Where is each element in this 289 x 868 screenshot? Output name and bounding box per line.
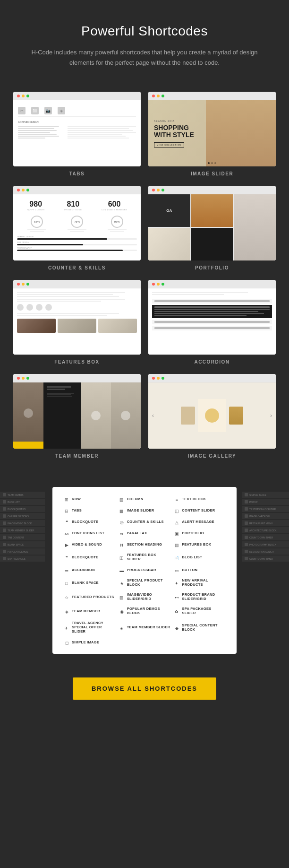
slider-text: SEASON 2015 SHOPPING WITH STYLE VIEW COL… <box>154 120 194 148</box>
sc-icon-contentslider <box>174 507 179 513</box>
sc-icon-blankspace <box>64 580 69 585</box>
sc-item-travel: TRAVEL AGENCY SPECIAL OFFER SLIDER <box>62 619 117 635</box>
feat-icon-4 <box>45 304 52 311</box>
counter-numbers-row: 980 HAPPY CLIENTS 810 PROJECT DONE 600 C… <box>17 200 137 211</box>
sc-icon-spa <box>174 608 179 614</box>
sc-icon-featuresbox <box>174 541 179 547</box>
sc-label-simpleimage: SIMPLE IMAGE <box>72 640 99 644</box>
right-icon-6 <box>245 529 248 532</box>
sc-icon-tabs <box>64 507 69 513</box>
counter-preview-inner: 980 HAPPY CLIENTS 810 PROJECT DONE 600 C… <box>13 194 141 260</box>
sc-label-blankspace: BLANK SPACE <box>72 581 99 585</box>
team-name-line-2 <box>47 389 65 390</box>
team-cell-3 <box>81 382 111 449</box>
counter-num-2: 810 <box>64 200 82 208</box>
sc-icon-featboxslider <box>119 554 125 560</box>
port-dot-yellow <box>157 189 160 191</box>
features-preview-inner <box>13 288 141 355</box>
right-icon-5 <box>245 521 248 525</box>
sc-icon-featured <box>64 594 69 599</box>
sc-item-contentslider: CONTENT SLIDER <box>172 506 227 514</box>
left-item-9: POPULAR DEMOS <box>0 548 45 555</box>
circle-3-wrap: 95% <box>108 216 127 232</box>
text-line-5 <box>18 134 57 135</box>
acc-body-line-2 <box>154 311 258 312</box>
left-item-2: BLOG LIST <box>0 499 45 505</box>
right-item-5: RESTAURANT MENU <box>242 520 289 526</box>
sc-icon-blockquote <box>64 519 69 524</box>
sc-item-teammemberslider: TEAM MEMBER SLIDER <box>117 619 172 635</box>
sc-item-brandslidergrid: PRODUCT BRAND SLIDER/GRID <box>172 591 227 602</box>
right-item-2: POPUP <box>242 499 289 505</box>
circle-1: 56% <box>31 216 43 228</box>
acc-h-line-2 <box>152 294 224 295</box>
mac-dot-yellow <box>22 95 25 97</box>
team-label: TEAM MEMBER <box>55 453 99 459</box>
right-line-2 <box>68 128 129 129</box>
gallery-arrow-right[interactable]: › <box>270 412 272 419</box>
browse-button[interactable]: BROWSE ALL SHORTCODES <box>73 677 216 700</box>
team-avatar-3 <box>121 411 130 420</box>
grid-item-tabs: ✂ ⬜ 📷 ◈ GRAPHIC DESIGN <box>13 92 141 176</box>
sc-item-specialcontent: SPECIAL CONTENT BLOCK <box>172 619 227 635</box>
sc-icon-simpleimage <box>64 639 69 645</box>
slider-preview-content: SEASON 2015 SHOPPING WITH STYLE VIEW COL… <box>148 100 276 166</box>
sc-label-progressbar: PROGRESSBAR <box>127 568 156 572</box>
features-icon-row <box>17 304 137 311</box>
features-col-1 <box>17 319 56 334</box>
slider-dot-3 <box>214 162 216 164</box>
sc-label-specialcontent: SPECIAL CONTENT BLOCK <box>182 623 225 632</box>
gal-dot-red <box>152 377 155 380</box>
portfolio-preview-content: OA <box>148 194 276 260</box>
slider-model-img <box>206 100 276 166</box>
left-icon-3 <box>3 507 6 511</box>
accordion-item-3 <box>152 320 272 324</box>
sc-icon-counter <box>119 519 125 524</box>
team-desc-2 <box>47 394 71 395</box>
feat-line-1 <box>17 292 125 293</box>
bar-label-3: PHOTOGRAPHY <box>17 247 137 249</box>
gallery-arrow-left[interactable]: ‹ <box>152 412 154 419</box>
sc-item-row: ROW <box>62 495 117 503</box>
sc-label-featuresbox: FEATURES BOX <box>182 542 211 547</box>
right-item-4: IMAGE CAROUSEL <box>242 513 289 519</box>
left-icon-7 <box>3 536 6 539</box>
right-item-1: SIMPLE IMAGE <box>242 492 289 498</box>
sc-label-featboxslider: FEATURES BOX SLIDER <box>127 553 170 561</box>
sc-label-tabs: TABS <box>72 508 82 512</box>
slider-dot-green <box>162 95 164 97</box>
mac-bar-gallery <box>148 374 276 382</box>
slider-dot-red <box>152 95 155 97</box>
sc-icon-fonticonslist <box>64 530 69 536</box>
grid-row-1: ✂ ⬜ 📷 ◈ GRAPHIC DESIGN <box>13 92 276 176</box>
shortcodes-section-wrapper: TEAM DEMOS BLOG LIST BLOCKQUOTES CAREER … <box>0 477 289 659</box>
gal-dot-green <box>162 377 164 380</box>
left-text-2: BLOG LIST <box>8 501 20 503</box>
counter-num-1: 980 <box>27 200 45 208</box>
right-icon-8 <box>245 543 248 546</box>
features-preview-content <box>13 288 141 355</box>
tab-icon-3: 📷 <box>44 107 52 114</box>
team-desc-1 <box>47 393 74 394</box>
sc-item-accordion: ACCORDION <box>62 565 117 574</box>
circle-2-wrap: 75% <box>68 216 86 232</box>
accordion-preview-content <box>148 288 276 355</box>
sc-item-counter: COUNTER & SKILLS <box>117 517 172 526</box>
text-line-2 <box>18 128 54 129</box>
feat-line-4 <box>17 299 125 300</box>
left-item-4: CAREER OPTIONS <box>0 513 45 519</box>
circle-3-val: 95% <box>114 220 120 223</box>
sc-icon-column <box>119 496 125 502</box>
sc-item-portfolio: PORTFOLIO <box>172 529 227 537</box>
gallery-preview-content: ‹ › <box>148 382 276 449</box>
counter-num-3: 600 <box>102 200 127 208</box>
graphic-design-label: GRAPHIC DESIGN <box>18 121 136 123</box>
sc-label-blockquote2: BLOCKQUOTE <box>72 555 98 559</box>
left-item-6: TEAM MEMBER SLIDER <box>0 527 45 533</box>
circle-1-val: 56% <box>34 220 40 223</box>
circle-2-line <box>68 229 86 230</box>
left-text-1: TEAM DEMOS <box>8 494 24 496</box>
gallery-circle <box>205 408 219 423</box>
sc-item-newarrival: NEW ARRIVAL PRODUCTS <box>172 577 227 588</box>
sc-label-row: ROW <box>72 497 81 501</box>
